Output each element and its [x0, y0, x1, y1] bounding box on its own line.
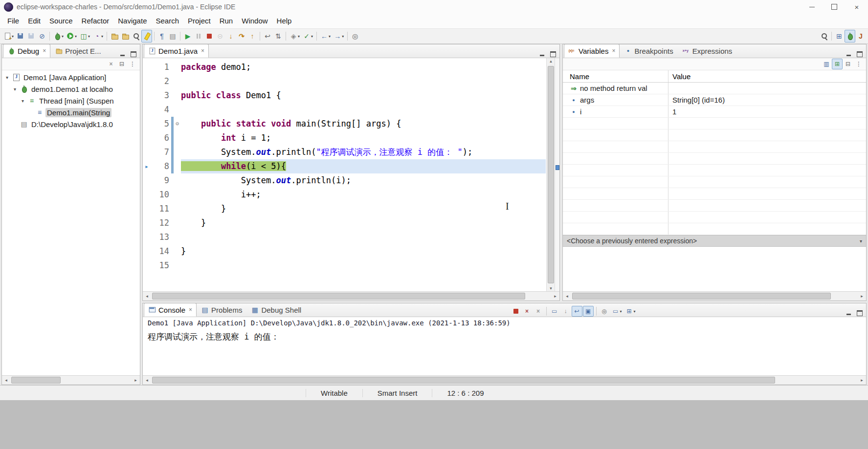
resume-button[interactable]: ▶ [182, 30, 193, 43]
editor-hscrollbar[interactable]: ◂ ▸ [143, 291, 559, 300]
console-view-tab-console[interactable]: Console× [144, 303, 197, 317]
save-button[interactable] [15, 30, 26, 43]
back-button[interactable]: ←▾ [319, 30, 332, 43]
variable-row[interactable]: ⇒no method return val [563, 83, 866, 94]
annotation-ruler[interactable] [143, 103, 151, 117]
code-line[interactable]: 9 System.out.println(i); [143, 173, 546, 188]
use-step-filters-button[interactable]: ⇅ [273, 30, 284, 43]
scroll-left-icon[interactable]: ◂ [2, 378, 10, 383]
column-header-name[interactable]: Name [563, 70, 668, 82]
new-java-project-button[interactable] [109, 30, 120, 43]
scroll-thumb[interactable] [548, 66, 554, 283]
display-selected-console-dropdown-icon[interactable]: ▾ [620, 309, 622, 314]
open-perspective-button[interactable]: ⊞ [834, 30, 845, 43]
word-wrap-button[interactable]: ↩ [572, 306, 582, 317]
run-button[interactable]: ▾ [65, 30, 78, 43]
close-tab-icon[interactable]: × [189, 306, 192, 313]
variables-view-tab-breakpoints[interactable]: ●Breakpoints [620, 44, 677, 58]
scroll-thumb[interactable] [152, 377, 775, 384]
code-line[interactable]: 14} [143, 244, 546, 258]
debug-view-tab-project-e[interactable]: Project E... [50, 44, 105, 58]
code-line[interactable]: 7 System.out.println("程序调试演示，注意观察 i 的值： … [143, 145, 546, 159]
scroll-right-icon[interactable]: ▸ [858, 378, 866, 383]
debug-view-menu-button[interactable]: ⋮ [127, 59, 138, 69]
scroll-thumb[interactable] [11, 377, 61, 384]
scroll-right-icon[interactable]: ▸ [132, 378, 140, 383]
collapse-all-button[interactable]: ⊟ [116, 59, 127, 69]
console-view-tab-problems[interactable]: ▤Problems [197, 303, 246, 317]
java-perspective-button[interactable]: J [855, 30, 866, 43]
console-output[interactable]: 程序调试演示，注意观察 i 的值： [143, 329, 866, 375]
show-type-names-button[interactable]: ▥ [821, 59, 832, 69]
editor-vscrollbar[interactable]: ▴ ▾ [546, 58, 555, 291]
pin-console-button[interactable]: ◎ [599, 306, 610, 317]
menu-project[interactable]: Project [183, 14, 215, 28]
terminate-button[interactable] [204, 30, 215, 43]
disconnect-button[interactable]: ⊝ [215, 30, 225, 43]
drop-to-frame-button[interactable]: ↩ [262, 30, 273, 43]
scroll-track[interactable] [151, 376, 858, 385]
new-wizard-dropdown-icon[interactable]: ▾ [12, 34, 14, 39]
annotation-ruler[interactable] [143, 117, 151, 131]
variables-view-tab-variables[interactable]: Variables× [564, 44, 620, 58]
console-hscrollbar[interactable]: ◂ ▸ [143, 375, 866, 385]
current-line-marker[interactable] [556, 165, 559, 170]
debug-tree-item[interactable]: ≡Demo1.main(String [2, 107, 140, 118]
line-number[interactable]: 2 [151, 74, 171, 88]
maximize-view-icon[interactable] [549, 50, 557, 58]
maximize-view-icon[interactable] [855, 50, 864, 58]
scroll-track[interactable] [571, 292, 858, 300]
run-last-tool-dropdown-icon[interactable]: ▾ [298, 34, 300, 39]
save-all-button[interactable] [26, 30, 37, 43]
line-number[interactable]: 6 [151, 131, 171, 145]
scroll-down-icon[interactable]: ▾ [547, 286, 555, 291]
line-number[interactable]: 4 [151, 103, 171, 117]
code-line[interactable]: 10 i++; [143, 188, 546, 202]
step-over-button[interactable]: ↷ [236, 30, 247, 43]
open-type-button[interactable] [120, 30, 131, 43]
maximize-window-button[interactable] [823, 0, 846, 14]
line-number[interactable]: 15 [151, 258, 171, 273]
annotation-ruler[interactable] [143, 145, 151, 159]
editor-tab-demo1-java[interactable]: Demo1.java× [144, 44, 209, 58]
annotation-ruler[interactable] [143, 258, 151, 273]
code-line[interactable]: 12 } [143, 216, 546, 230]
print-button[interactable]: ▤ [167, 30, 178, 43]
code-line[interactable]: 13 [143, 230, 546, 244]
step-into-button[interactable]: ↓ [225, 30, 236, 43]
menu-window[interactable]: Window [237, 14, 272, 28]
scroll-right-icon[interactable]: ▸ [551, 294, 559, 299]
clear-console-button[interactable]: ▭ [549, 306, 560, 317]
variable-row[interactable]: ●i1 [563, 106, 866, 118]
minimize-view-icon[interactable] [538, 50, 547, 58]
annotation-ruler[interactable] [143, 131, 151, 145]
show-console-on-output-button[interactable]: ▣ [583, 306, 594, 317]
maximize-view-icon[interactable] [855, 309, 864, 317]
line-number[interactable]: 1 [151, 60, 171, 74]
suspend-button[interactable] [193, 30, 204, 43]
close-tab-icon[interactable]: × [201, 47, 204, 54]
fold-collapse-icon[interactable]: ⊖ [174, 117, 181, 131]
open-task-button[interactable]: ✓▾ [301, 30, 314, 43]
search-button[interactable] [131, 30, 141, 43]
open-console-button[interactable]: ⊞▾ [624, 306, 637, 317]
annotation-ruler[interactable] [143, 173, 151, 188]
scroll-left-icon[interactable]: ◂ [143, 378, 151, 383]
display-selected-console-button[interactable]: ▭▾ [610, 306, 623, 317]
new-wizard-button[interactable]: ▾ [2, 30, 15, 43]
variables-view-tab-expressions[interactable]: Expressions [678, 44, 737, 58]
menu-run[interactable]: Run [215, 14, 238, 28]
code-line[interactable]: ▸8 while(i < 5){ [143, 159, 546, 173]
console-view-tab-debug-shell[interactable]: ▦Debug Shell [246, 303, 306, 317]
menu-help[interactable]: Help [272, 14, 296, 28]
debug-tree-item[interactable]: ▾≡Thread [main] (Suspen [2, 95, 140, 107]
overview-ruler[interactable] [555, 58, 559, 291]
run-dropdown-icon[interactable]: ▾ [75, 34, 77, 39]
expression-input[interactable]: <Choose a previously entered expression>… [563, 235, 866, 247]
close-tab-icon[interactable]: × [612, 47, 615, 54]
debug-tree-item[interactable]: ▤D:\Develop\Java\jdk1.8.0 [2, 118, 140, 130]
menu-search[interactable]: Search [151, 14, 183, 28]
terminate-console-button[interactable] [511, 306, 521, 317]
code-line[interactable]: 5⊖ public static void main(String[] args… [143, 117, 546, 131]
scroll-right-icon[interactable]: ▸ [858, 294, 866, 299]
